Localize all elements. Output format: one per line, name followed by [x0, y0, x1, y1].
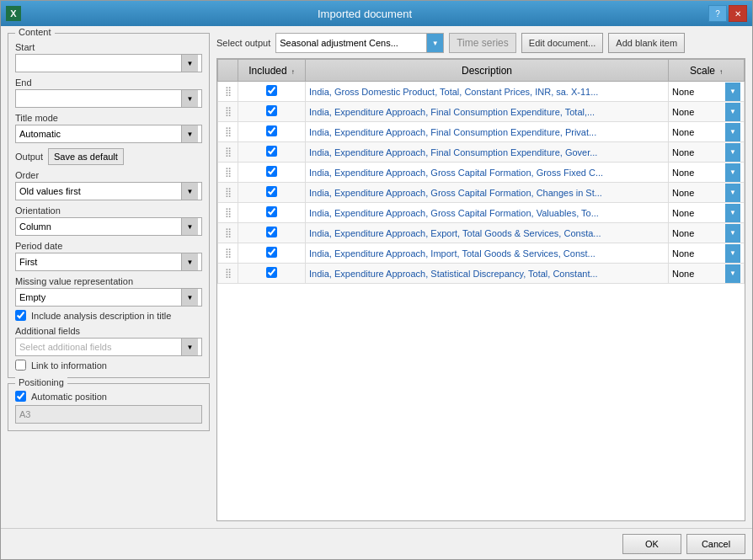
scale-sort-icon: ↑ — [719, 68, 723, 76]
select-output-label: Select output — [216, 38, 270, 48]
output-select-combo[interactable]: Seasonal adjustment Cens... ▼ — [275, 33, 444, 53]
content-group-title: Content — [15, 27, 55, 37]
missing-value-combo[interactable]: Empty ▼ — [15, 288, 202, 307]
edit-document-button[interactable]: Edit document... — [521, 33, 604, 53]
desc-cell: India, Expenditure Approach, Gross Capit… — [306, 203, 669, 223]
scale-cell[interactable]: None ▼ — [669, 203, 745, 223]
position-input[interactable] — [15, 405, 202, 424]
check-cell[interactable] — [238, 122, 306, 142]
scale-arrow: ▼ — [725, 103, 740, 121]
include-checkbox[interactable] — [15, 310, 26, 321]
table-row: ⣿ India, Expenditure Approach, Import, T… — [218, 243, 745, 264]
drag-cell: ⣿ — [218, 183, 238, 203]
table-row: ⣿ India, Expenditure Approach, Final Con… — [218, 142, 745, 163]
drag-cell: ⣿ — [218, 264, 238, 284]
period-date-arrow: ▼ — [181, 253, 198, 270]
order-value: Old values first — [19, 186, 181, 196]
check-cell[interactable] — [238, 203, 306, 223]
scale-combo[interactable]: None ▼ — [669, 184, 744, 202]
title-mode-combo[interactable]: Automatic ▼ — [15, 125, 202, 143]
start-combo[interactable]: ▼ — [15, 54, 202, 72]
window-title: Imported document — [21, 8, 708, 20]
check-cell[interactable] — [238, 82, 306, 102]
scale-cell[interactable]: None ▼ — [669, 163, 745, 183]
scale-cell[interactable]: None ▼ — [669, 142, 745, 163]
order-combo[interactable]: Old values first ▼ — [15, 182, 202, 200]
close-button[interactable]: ✕ — [729, 5, 747, 22]
start-combo-arrow: ▼ — [181, 55, 198, 72]
row-checkbox[interactable] — [266, 186, 277, 197]
orientation-combo[interactable]: Column ▼ — [15, 217, 202, 236]
auto-position-checkbox[interactable] — [15, 391, 26, 402]
drag-cell: ⣿ — [218, 203, 238, 223]
check-cell[interactable] — [238, 183, 306, 203]
scale-arrow: ▼ — [725, 224, 740, 243]
scale-value: None — [672, 147, 725, 157]
scale-cell[interactable]: None ▼ — [669, 82, 745, 102]
th-description[interactable]: Description — [306, 60, 669, 82]
drag-cell: ⣿ — [218, 223, 238, 243]
scale-cell[interactable]: None ▼ — [669, 122, 745, 142]
scale-value: None — [672, 188, 725, 198]
th-description-label: Description — [462, 65, 512, 77]
scale-combo[interactable]: None ▼ — [669, 264, 744, 283]
table-row: ⣿ India, Expenditure Approach, Statistic… — [218, 264, 745, 284]
scale-combo[interactable]: None ▼ — [669, 204, 744, 222]
scale-combo[interactable]: None ▼ — [669, 103, 744, 121]
table-row: ⣿ India, Expenditure Approach, Final Con… — [218, 102, 745, 122]
scale-cell[interactable]: None ▼ — [669, 223, 745, 243]
th-included[interactable]: Included ↑ — [238, 60, 306, 82]
row-checkbox[interactable] — [266, 105, 277, 116]
row-checkbox[interactable] — [266, 267, 277, 278]
title-bar-left: X — [6, 6, 21, 21]
additional-fields-combo[interactable]: Select additional fields ▼ — [15, 338, 202, 356]
row-checkbox[interactable] — [266, 166, 277, 177]
check-cell[interactable] — [238, 163, 306, 183]
th-scale[interactable]: Scale ↑ — [669, 60, 745, 82]
scale-cell[interactable]: None ▼ — [669, 102, 745, 122]
desc-cell: India, Expenditure Approach, Final Consu… — [306, 102, 669, 122]
scale-combo[interactable]: None ▼ — [669, 163, 744, 182]
save-default-button[interactable]: Save as default — [48, 148, 124, 165]
scale-arrow: ▼ — [725, 184, 740, 202]
scale-combo[interactable]: None ▼ — [669, 244, 744, 263]
end-combo[interactable]: ▼ — [15, 89, 202, 108]
check-cell[interactable] — [238, 264, 306, 284]
table-row: ⣿ India, Expenditure Approach, Gross Cap… — [218, 163, 745, 183]
scale-combo[interactable]: None ▼ — [669, 83, 744, 101]
time-series-button[interactable]: Time series — [449, 33, 516, 53]
row-checkbox[interactable] — [266, 227, 277, 237]
check-cell[interactable] — [238, 102, 306, 122]
scale-cell[interactable]: None ▼ — [669, 183, 745, 203]
row-checkbox[interactable] — [266, 85, 277, 96]
ok-button[interactable]: OK — [622, 534, 681, 554]
help-button[interactable]: ? — [708, 5, 727, 22]
scale-cell[interactable]: None ▼ — [669, 243, 745, 264]
period-date-combo[interactable]: First ▼ — [15, 253, 202, 271]
check-cell[interactable] — [238, 142, 306, 163]
scale-combo[interactable]: None ▼ — [669, 143, 744, 162]
scale-cell[interactable]: None ▼ — [669, 264, 745, 284]
check-cell[interactable] — [238, 243, 306, 264]
row-checkbox[interactable] — [266, 146, 277, 157]
scale-combo[interactable]: None ▼ — [669, 224, 744, 243]
row-checkbox[interactable] — [266, 247, 277, 258]
additional-fields-placeholder: Select additional fields — [19, 342, 181, 352]
check-cell[interactable] — [238, 223, 306, 243]
th-scale-label: Scale — [690, 65, 715, 77]
auto-position-row: Automatic position — [15, 391, 202, 402]
drag-cell: ⣿ — [218, 122, 238, 142]
drag-cell: ⣿ — [218, 102, 238, 122]
link-checkbox[interactable] — [15, 360, 26, 371]
title-bar: X Imported document ? ✕ — [1, 1, 752, 26]
drag-cell: ⣿ — [218, 142, 238, 163]
scale-arrow: ▼ — [725, 163, 740, 182]
row-checkbox[interactable] — [266, 206, 277, 217]
scale-value: None — [672, 228, 725, 238]
row-checkbox[interactable] — [266, 125, 277, 136]
scale-value: None — [672, 248, 725, 259]
cancel-button[interactable]: Cancel — [686, 534, 745, 554]
scale-value: None — [672, 208, 725, 218]
scale-combo[interactable]: None ▼ — [669, 123, 744, 141]
add-blank-button[interactable]: Add blank item — [608, 33, 685, 53]
